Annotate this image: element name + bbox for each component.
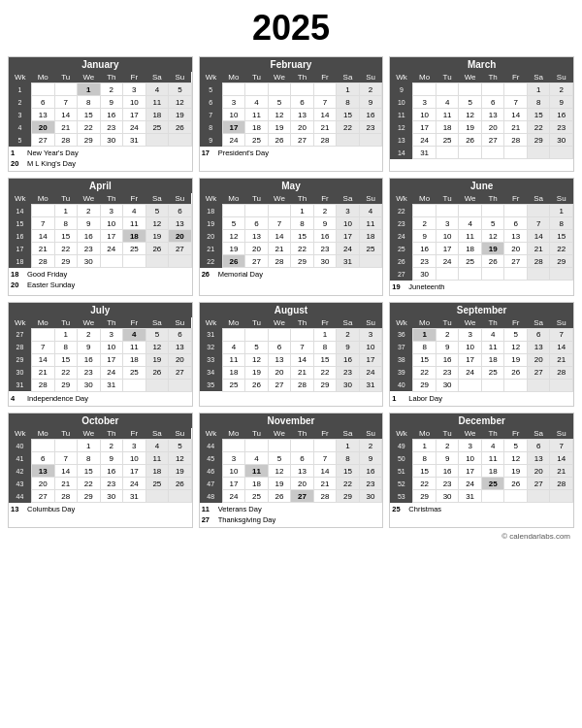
day-cell: 1	[291, 205, 314, 217]
day-cell: 11	[390, 109, 413, 121]
day-cell: 15	[337, 465, 360, 478]
day-cell	[32, 328, 55, 341]
day-cell: 22	[337, 478, 360, 490]
day-cell: 2	[436, 328, 459, 341]
day-cell: 4	[459, 217, 482, 230]
day-cell: 18	[481, 353, 504, 366]
col-header-th: Th	[100, 72, 123, 83]
footer-text: © calendarlabs.com	[8, 532, 574, 541]
day-cell: 7	[291, 341, 314, 353]
day-cell: 28	[550, 478, 573, 490]
month-table-november: WkMoTuWeThFrSaSu441245345678946101112131…	[200, 428, 383, 503]
month-name-february: February	[200, 57, 383, 72]
day-cell: 2	[313, 205, 337, 217]
day-cell: 30	[9, 366, 32, 379]
day-cell: 51	[390, 465, 413, 478]
day-cell	[527, 379, 550, 391]
day-cell: 25	[359, 243, 382, 255]
day-cell: 19	[504, 353, 528, 366]
holiday-date: 27	[202, 515, 215, 526]
day-cell: 12	[169, 452, 192, 465]
day-cell: 8	[527, 96, 550, 109]
day-cell: 10	[436, 230, 459, 243]
day-cell	[291, 440, 314, 452]
day-cell: 10	[413, 109, 436, 121]
day-cell: 5	[146, 205, 169, 217]
day-cell: 18	[200, 205, 223, 217]
day-cell: 29	[9, 353, 32, 366]
day-cell: 7	[313, 452, 337, 465]
day-cell: 2	[9, 96, 32, 109]
day-cell: 6	[200, 96, 223, 109]
day-cell: 8	[78, 452, 101, 465]
day-cell: 16	[100, 465, 123, 478]
day-cell: 14	[313, 465, 337, 478]
col-header-su: Su	[359, 428, 382, 440]
col-header-fr: Fr	[123, 72, 146, 83]
month-notes-april: 18Good Friday20Easter Sunday	[9, 268, 192, 292]
col-header-su: Su	[169, 317, 192, 329]
day-cell: 20	[481, 121, 504, 134]
month-name-january: January	[9, 57, 192, 72]
day-cell: 31	[123, 490, 146, 503]
day-cell: 4	[9, 121, 32, 134]
day-cell: 23	[359, 121, 382, 134]
day-cell	[100, 255, 123, 268]
day-cell: 20	[200, 230, 223, 243]
day-cell: 12	[222, 230, 245, 243]
day-cell	[245, 83, 269, 96]
holiday-note: 20Easter Sunday	[11, 281, 190, 291]
day-cell: 24	[337, 243, 360, 255]
holiday-name: Juneteenth	[408, 282, 444, 293]
day-cell: 22	[200, 255, 223, 268]
day-cell: 19	[481, 243, 504, 255]
day-cell: 29	[313, 379, 337, 391]
day-cell	[481, 147, 504, 159]
col-header-sa: Sa	[527, 72, 550, 83]
day-cell: 11	[459, 230, 482, 243]
day-cell: 2	[100, 83, 123, 96]
day-cell: 18	[222, 366, 245, 379]
day-cell: 14	[291, 353, 314, 366]
day-cell: 25	[459, 255, 482, 268]
col-header-we: We	[78, 193, 101, 205]
month-block-october: OctoberWkMoTuWeThFrSaSu40123454167891011…	[8, 413, 193, 528]
day-cell: 16	[550, 109, 573, 121]
day-cell: 13	[32, 109, 55, 121]
day-cell: 4	[146, 83, 169, 96]
day-cell	[481, 379, 504, 391]
month-table-february: WkMoTuWeThFrSaSu512634567897101112131415…	[200, 72, 383, 147]
day-cell	[32, 83, 55, 96]
day-cell: 9	[78, 217, 101, 230]
col-header-th: Th	[481, 193, 504, 205]
day-cell: 34	[200, 366, 223, 379]
day-cell: 50	[390, 452, 413, 465]
day-cell: 24	[413, 134, 436, 147]
day-cell	[313, 83, 337, 96]
day-cell: 8	[313, 341, 337, 353]
day-cell: 6	[268, 341, 291, 353]
col-header-tu: Tu	[54, 428, 78, 440]
day-cell	[504, 490, 528, 503]
day-cell: 46	[200, 465, 223, 478]
day-cell: 15	[54, 353, 78, 366]
day-cell: 18	[9, 255, 32, 268]
day-cell: 6	[481, 96, 504, 109]
day-cell: 20	[245, 243, 269, 255]
day-cell: 15	[291, 230, 314, 243]
month-notes-december: 25Christmas	[390, 503, 573, 517]
day-cell: 1	[527, 83, 550, 96]
day-cell: 13	[527, 341, 550, 353]
day-cell: 14	[54, 109, 78, 121]
day-cell: 16	[436, 465, 459, 478]
day-cell: 18	[459, 243, 482, 255]
day-cell: 24	[222, 134, 245, 147]
col-header-tu: Tu	[245, 428, 269, 440]
month-notes-november: 11Veterans Day27Thanksgiving Day	[200, 503, 383, 527]
day-cell: 10	[459, 452, 482, 465]
holiday-name: Columbus Day	[27, 505, 75, 515]
day-cell: 7	[32, 341, 55, 353]
day-cell: 22	[413, 366, 436, 379]
col-header-we: We	[459, 317, 482, 329]
day-cell: 38	[390, 353, 413, 366]
